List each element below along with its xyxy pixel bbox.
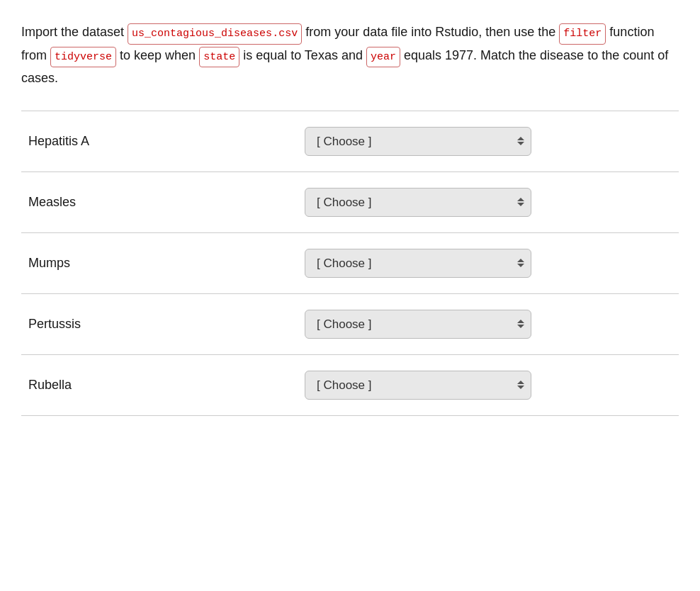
intro-text-after-state: is equal to Texas and bbox=[239, 48, 366, 62]
select-cell-measles: [ Choose ] 12342567389045125678 bbox=[298, 171, 679, 232]
pertussis-select[interactable]: [ Choose ] 12342567389045125678 bbox=[305, 310, 531, 339]
disease-match-table: Hepatitis A [ Choose ] 12342567389045125… bbox=[21, 111, 679, 416]
hepatitis-a-select[interactable]: [ Choose ] 12342567389045125678 bbox=[305, 127, 531, 156]
state-code: state bbox=[199, 47, 239, 68]
select-wrapper-hepatitis-a: [ Choose ] 12342567389045125678 bbox=[305, 127, 531, 156]
filter-code: filter bbox=[559, 23, 606, 45]
measles-select[interactable]: [ Choose ] 12342567389045125678 bbox=[305, 188, 531, 217]
intro-text-after-tidyverse: to keep when bbox=[116, 48, 199, 62]
year-code: year bbox=[366, 47, 400, 68]
disease-label-mumps: Mumps bbox=[21, 232, 298, 293]
dataset-code: us_contagious_diseases.csv bbox=[128, 23, 302, 45]
rubella-select[interactable]: [ Choose ] 12342567389045125678 bbox=[305, 371, 531, 400]
intro-text-before-dataset: Import the dataset bbox=[21, 25, 128, 39]
tidyverse-code: tidyverse bbox=[50, 47, 116, 68]
mumps-select[interactable]: [ Choose ] 12342567389045125678 bbox=[305, 249, 531, 278]
table-row: Measles [ Choose ] 12342567389045125678 bbox=[21, 171, 679, 232]
disease-label-hepatitis-a: Hepatitis A bbox=[21, 111, 298, 172]
select-wrapper-mumps: [ Choose ] 12342567389045125678 bbox=[305, 249, 531, 278]
intro-paragraph: Import the dataset us_contagious_disease… bbox=[21, 21, 679, 89]
disease-label-measles: Measles bbox=[21, 171, 298, 232]
select-wrapper-rubella: [ Choose ] 12342567389045125678 bbox=[305, 371, 531, 400]
select-cell-rubella: [ Choose ] 12342567389045125678 bbox=[298, 354, 679, 415]
table-row: Pertussis [ Choose ] 1234256738904512567… bbox=[21, 293, 679, 354]
table-row: Mumps [ Choose ] 12342567389045125678 bbox=[21, 232, 679, 293]
select-wrapper-measles: [ Choose ] 12342567389045125678 bbox=[305, 188, 531, 217]
disease-label-pertussis: Pertussis bbox=[21, 293, 298, 354]
select-cell-mumps: [ Choose ] 12342567389045125678 bbox=[298, 232, 679, 293]
table-row: Hepatitis A [ Choose ] 12342567389045125… bbox=[21, 111, 679, 172]
disease-label-rubella: Rubella bbox=[21, 354, 298, 415]
select-cell-hepatitis-a: [ Choose ] 12342567389045125678 bbox=[298, 111, 679, 172]
table-row: Rubella [ Choose ] 12342567389045125678 bbox=[21, 354, 679, 415]
select-cell-pertussis: [ Choose ] 12342567389045125678 bbox=[298, 293, 679, 354]
select-wrapper-pertussis: [ Choose ] 12342567389045125678 bbox=[305, 310, 531, 339]
intro-text-after-dataset: from your data file into Rstudio, then u… bbox=[302, 25, 559, 39]
